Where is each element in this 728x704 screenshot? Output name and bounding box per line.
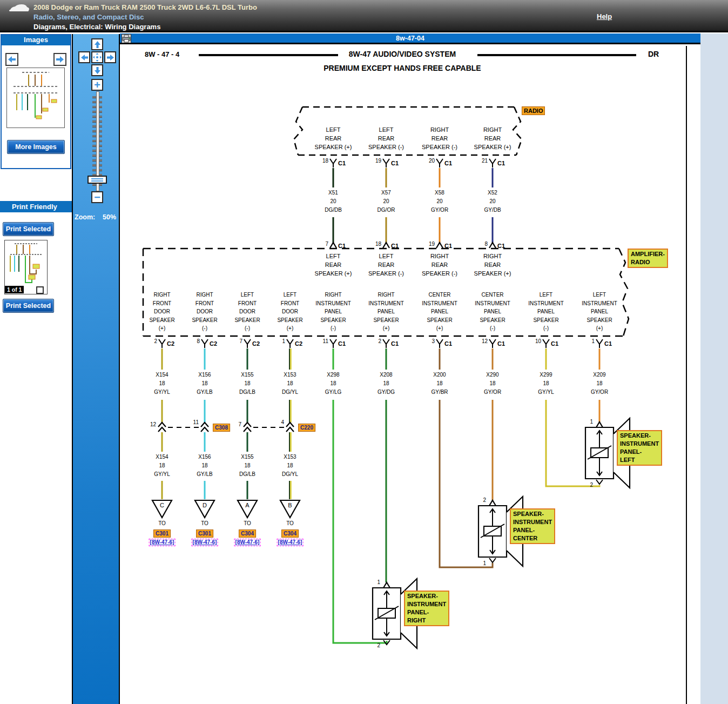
amplifier-output-function-label: PANEL	[591, 309, 608, 314]
print-select-checkbox[interactable]	[36, 286, 44, 294]
wire-spec-label: X298	[327, 372, 339, 378]
previous-image-button[interactable]	[5, 53, 18, 66]
print-friendly-header: Print Friendly	[0, 201, 72, 212]
inline-connector-pin: 11	[193, 419, 199, 425]
arrow-up-icon	[94, 41, 101, 49]
amplifier-component-label[interactable]: AMPLIFIER-RADIO	[628, 249, 668, 268]
arrow-right-icon	[106, 54, 114, 61]
speaker-component-label[interactable]: SPEAKER-INSTRUMENTPANEL-CENTER	[510, 508, 555, 544]
print-preview-thumbnail[interactable]: 1 of 1	[4, 240, 48, 294]
wire-spec-label: X208	[380, 372, 392, 378]
diagram-thumbnail[interactable]	[6, 68, 65, 128]
amplifier-input-function-label: LEFT	[379, 253, 394, 259]
wire-spec-label: 20	[436, 198, 442, 204]
speaker-component-label[interactable]: SPEAKER-INSTRUMENTPANEL-RIGHT	[404, 591, 449, 626]
to-label: TO	[201, 520, 208, 526]
radio-connector-id: C1	[444, 160, 452, 166]
pan-left-button[interactable]	[78, 51, 90, 63]
output-connector-id: C1	[551, 340, 558, 347]
inline-connector-pin: 7	[238, 421, 241, 427]
zoom-in-button[interactable]: +	[91, 79, 103, 91]
radio-pin-function-label: SPEAKER (-)	[368, 144, 404, 150]
amplifier-output-function-label: DOOR	[282, 309, 298, 314]
zoom-pan-panel: + − Zoom: 50%	[72, 34, 120, 704]
diagram-sheet-title: 8w-47-04	[120, 35, 700, 42]
amplifier-output-function-label: RIGHT	[378, 292, 394, 298]
wire-spec-label: 18	[383, 380, 389, 386]
wire-spec-label: X153	[284, 454, 296, 460]
wire-spec-label: 18	[330, 380, 336, 386]
print-selected-button-top[interactable]: Print Selected	[3, 222, 54, 236]
speaker-component-label[interactable]: SPEAKER-INSTRUMENTPANEL-LEFT	[617, 430, 662, 466]
page-reference-link[interactable]: [8W-47-6]	[234, 539, 261, 546]
amplifier-output-function-label: DOOR	[197, 309, 213, 314]
car-icon	[9, 3, 29, 13]
amplifier-output-function-label: INSTRUMENT	[475, 300, 510, 306]
pan-down-button[interactable]	[91, 64, 103, 76]
wire-spec-label: X155	[241, 454, 253, 460]
zoom-slider-track[interactable]	[92, 93, 102, 188]
inline-connector-label[interactable]: C308	[213, 424, 230, 432]
pan-right-button[interactable]	[104, 51, 116, 63]
radio-pin-function-label: REAR	[325, 135, 342, 142]
zoom-slider-handle[interactable]	[87, 176, 107, 184]
more-images-button[interactable]: More Images	[7, 140, 65, 154]
title-rule-right	[477, 54, 636, 56]
amplifier-output-function-label: PANEL	[484, 309, 501, 314]
amplifier-output-function-label: SPEAKER	[427, 317, 452, 323]
pan-center-button[interactable]	[91, 51, 103, 63]
radio-pin-number: 19	[375, 158, 381, 164]
arrow-right-icon	[56, 56, 64, 63]
next-image-button[interactable]	[53, 53, 66, 66]
triangle-connector-letter: C	[160, 502, 164, 508]
output-pin-number: 2	[154, 338, 157, 344]
page-reference-link[interactable]: [8W-47-6]	[277, 539, 304, 546]
inline-connector-label[interactable]: C220	[298, 424, 315, 432]
connector-reference-label[interactable]: C301	[196, 529, 213, 538]
wire-spec-label: GY/DB	[484, 207, 501, 213]
system-title: Radio, Stereo, and Compact Disc	[33, 13, 144, 21]
output-connector-id: C1	[497, 340, 505, 347]
app-window: 2008 Dodge or Ram Truck RAM 2500 Truck 2…	[0, 0, 728, 704]
radio-pin-function-label: REAR	[432, 135, 448, 142]
amplifier-output-function-label: LEFT	[241, 292, 254, 298]
amplifier-output-function-label: INSTRUMENT	[422, 300, 457, 306]
radio-pin-number: 18	[322, 158, 328, 164]
radio-component-label[interactable]: RADIO	[522, 106, 545, 115]
output-pin-number: 3	[432, 338, 435, 344]
amplifier-input-function-label: RIGHT	[483, 253, 502, 259]
radio-pin-function-label: RIGHT	[483, 126, 502, 133]
wire-spec-label: X299	[540, 372, 552, 378]
amplifier-output-function-label: LEFT	[593, 292, 606, 298]
amplifier-output-function-label: PANEL	[537, 309, 555, 314]
output-pin-number: 7	[239, 338, 242, 344]
wire-spec-label: GY/BR	[431, 389, 448, 395]
amplifier-output-function-label: RIGHT	[325, 292, 341, 298]
page-count-badge: 1 of 1	[5, 286, 24, 293]
zoom-out-button[interactable]: −	[91, 191, 103, 203]
right-background-band	[700, 33, 728, 704]
speaker-pin-number: 2	[377, 642, 380, 648]
amplifier-input-function-label: SPEAKER (-)	[368, 270, 404, 277]
amplifier-input-function-label: REAR	[484, 262, 501, 268]
wire-spec-label: 18	[244, 462, 250, 468]
radio-pin-function-label: LEFT	[326, 126, 341, 133]
wire-spec-label: GY/LG	[325, 389, 342, 395]
connector-reference-label[interactable]: C304	[239, 529, 256, 538]
output-connector-id: C2	[167, 340, 174, 347]
wire-spec-label: GY/YL	[154, 471, 170, 477]
amplifier-output-function-label: PANEL	[378, 309, 395, 314]
print-selected-button-bottom[interactable]: Print Selected	[3, 299, 54, 313]
amplifier-output-function-label: (-)	[245, 325, 250, 331]
pan-up-button[interactable]	[91, 38, 103, 50]
amplifier-output-function-label: DOOR	[239, 309, 255, 314]
wire-spec-label: GY/LB	[197, 389, 212, 395]
connector-reference-label[interactable]: C301	[153, 529, 171, 538]
page-reference-link[interactable]: [8W-47-6]	[149, 539, 176, 546]
connector-reference-label[interactable]: C304	[281, 529, 299, 538]
amplifier-output-function-label: SPEAKER	[373, 317, 399, 323]
inline-connector-pin: 4	[281, 419, 284, 425]
page-reference-link[interactable]: [8W-47-6]	[192, 539, 218, 546]
help-link[interactable]: Help	[597, 12, 612, 21]
amplifier-output-function-label: SPEAKER	[192, 317, 217, 323]
